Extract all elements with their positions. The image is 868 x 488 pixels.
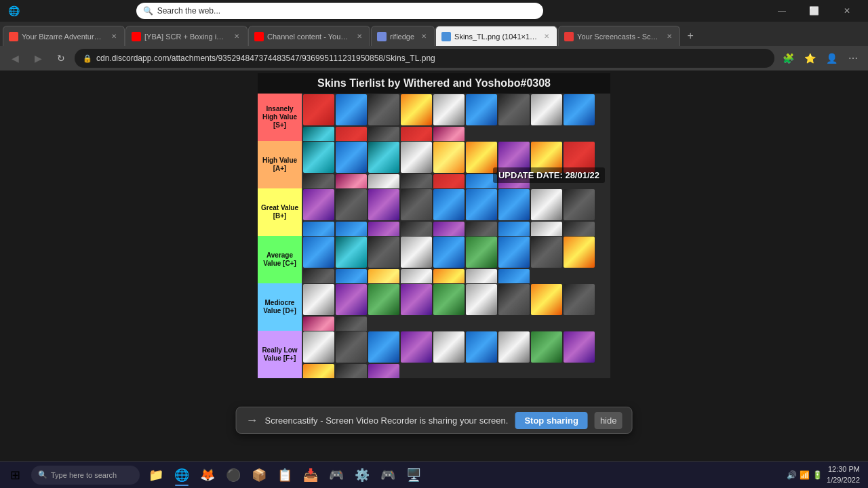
taskbar-dropbox[interactable]: 📥 — [298, 463, 323, 487]
skin-cell — [368, 142, 399, 173]
title-bar: 🌐 🔍 Search the web... — ⬜ ✕ — [0, 0, 868, 22]
tab-label-skins: Skins_TL.png (1041×1204) — [454, 33, 537, 41]
start-button[interactable]: ⊞ — [3, 463, 27, 487]
skin-cell — [433, 222, 465, 236]
tab-scr[interactable]: [YBA] SCR + Boxing in Steel... ✕ — [125, 26, 248, 46]
refresh-button[interactable]: ↻ — [52, 49, 71, 68]
skin-cell — [336, 317, 367, 331]
taskbar-file-explorer[interactable]: 📁 — [144, 463, 168, 487]
taskbar-right: 🔊 📶 🔋 12:30 PM 1/29/2022 — [781, 464, 865, 485]
skin-cell — [336, 364, 367, 378]
tab-close-rifledge[interactable]: ✕ — [419, 32, 429, 41]
skin-cell — [466, 237, 497, 268]
minimize-button[interactable]: — — [766, 0, 797, 22]
tier-content-sp — [302, 94, 610, 141]
skin-cell — [531, 189, 562, 220]
skin-cell — [336, 189, 367, 220]
tier-row-c: Average Value [C+] — [258, 236, 610, 283]
skin-cell — [303, 174, 334, 188]
skin-cell — [336, 127, 367, 141]
skin-cell — [336, 174, 367, 188]
taskbar-clock[interactable]: 12:30 PM 1/29/2022 — [827, 464, 860, 485]
tier-label-a: High Value [A+] — [258, 141, 302, 188]
skin-cell — [531, 284, 562, 315]
close-button[interactable]: ✕ — [831, 0, 863, 22]
skin-cell — [368, 94, 399, 125]
stop-sharing-button[interactable]: Stop sharing — [515, 412, 587, 429]
extensions-icon[interactable]: 🧩 — [778, 49, 797, 68]
taskbar-steam[interactable]: 🎮 — [324, 463, 349, 487]
back-button[interactable]: ◀ — [5, 49, 24, 68]
skin-cell — [401, 222, 432, 236]
tab-close-skins[interactable]: ✕ — [542, 32, 551, 41]
url-text: cdn.discordapp.com/attachments/935294847… — [96, 54, 435, 63]
tierlist-title: Skins Tierlist by Withered and Yoshobo#0… — [258, 73, 610, 94]
skin-cell — [433, 189, 465, 220]
taskbar-steam2[interactable]: 🎮 — [376, 463, 400, 487]
forward-button[interactable]: ▶ — [28, 49, 47, 68]
skin-cell — [401, 142, 432, 173]
taskbar-desktop[interactable]: 🖥️ — [401, 463, 426, 487]
skin-cell — [498, 237, 530, 268]
tier-content-d — [302, 283, 610, 331]
skin-cell — [531, 94, 562, 125]
taskbar-settings[interactable]: ⚙️ — [350, 463, 374, 487]
tab-screencasts[interactable]: Your Screencasts - Screencas... ✕ — [558, 26, 680, 46]
tier-label-b: Great Value [B+] — [258, 188, 302, 236]
tab-close-yba[interactable]: ✕ — [109, 32, 119, 41]
taskbar-app-2[interactable]: 📋 — [273, 463, 297, 487]
skin-cell — [303, 94, 334, 125]
skin-cell — [336, 142, 367, 173]
new-tab-button[interactable]: + — [681, 26, 700, 46]
profile-icon[interactable]: 👤 — [822, 49, 841, 68]
address-bar-row: ◀ ▶ ↻ 🔒 cdn.discordapp.com/attachments/9… — [0, 46, 868, 70]
skin-cell — [303, 269, 334, 283]
taskbar-amazon[interactable]: 📦 — [247, 463, 271, 487]
skin-cell — [466, 269, 497, 283]
address-bar[interactable]: 🔒 cdn.discordapp.com/attachments/9352948… — [75, 49, 774, 68]
skin-cell — [564, 189, 595, 220]
title-bar-search-box[interactable]: 🔍 Search the web... — [136, 3, 543, 19]
skin-cell — [466, 331, 497, 363]
skin-cell — [498, 94, 530, 125]
title-bar-nav-icons: 🌐 — [5, 4, 22, 18]
taskbar-firefox[interactable]: 🦊 — [195, 463, 220, 487]
skin-cell — [401, 189, 432, 220]
settings-icon[interactable]: ⋯ — [844, 49, 863, 68]
browser-chrome: 🌐 🔍 Search the web... — ⬜ ✕ Your Bizarre… — [0, 0, 868, 70]
bookmark-icon[interactable]: ⭐ — [800, 49, 819, 68]
tier-row-d: Mediocre Value [D+] — [258, 283, 610, 331]
skin-cell — [368, 174, 399, 188]
hide-button[interactable]: hide — [595, 412, 623, 429]
tier-content-f — [302, 331, 610, 378]
tab-yba[interactable]: Your Bizarre Adventure -... ✕ — [3, 26, 125, 46]
tab-skins[interactable]: Skins_TL.png (1041×1204) ✕ — [435, 26, 557, 46]
tab-close-screencasts[interactable]: ✕ — [665, 32, 674, 41]
skin-cell — [401, 127, 432, 141]
taskbar-search-box[interactable]: 🔍 Type here to search — [31, 466, 140, 485]
tab-channel[interactable]: Channel content - YouTube... ✕ — [248, 26, 370, 46]
skin-cell — [336, 94, 367, 125]
tier-label-sp: Insanely High Value [S+] — [258, 94, 302, 141]
tab-favicon-yba — [9, 32, 18, 41]
tab-close-scr[interactable]: ✕ — [232, 32, 241, 41]
window-controls: — ⬜ ✕ — [766, 0, 863, 22]
ssl-icon: 🔒 — [83, 54, 92, 63]
skin-cell — [531, 237, 562, 268]
maximize-button[interactable]: ⬜ — [799, 0, 830, 22]
skin-cell — [466, 94, 497, 125]
systray-icon-2: 📶 — [800, 470, 810, 480]
tab-close-channel[interactable]: ✕ — [355, 32, 364, 41]
tab-favicon-scr — [132, 32, 141, 41]
skin-cell — [336, 331, 367, 363]
skin-cell — [498, 331, 530, 363]
systray-icon-1: 🔊 — [787, 470, 797, 480]
skin-cell — [368, 269, 399, 283]
tab-rifledge[interactable]: rifledge ✕ — [371, 26, 435, 46]
skin-cell — [401, 237, 432, 268]
taskbar-browser[interactable]: 🌐 — [170, 463, 194, 487]
taskbar-app-1[interactable]: ⚫ — [221, 463, 245, 487]
taskbar-pinned-apps: 📁 🌐 🦊 ⚫ 📦 📋 📥 🎮 ⚙️ 🎮 🖥️ — [144, 463, 780, 487]
skin-cell — [303, 237, 334, 268]
tier-row-sp: Insanely High Value [S+] — [258, 94, 610, 141]
